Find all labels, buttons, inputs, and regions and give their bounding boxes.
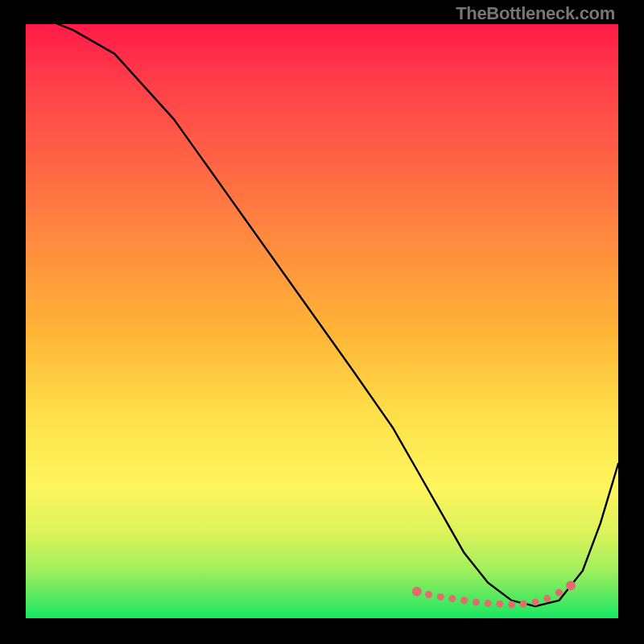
optimal-dot	[496, 601, 503, 608]
optimal-dot	[485, 600, 492, 607]
bottleneck-curve	[26, 24, 618, 606]
optimal-dot	[543, 595, 551, 602]
optimal-dot	[412, 587, 422, 597]
watermark-text: TheBottleneck.com	[456, 3, 615, 24]
optimal-dot	[473, 599, 480, 606]
optimal-dot	[508, 601, 515, 609]
chart-svg	[26, 24, 618, 618]
optimal-dot	[532, 599, 539, 606]
chart-container: TheBottleneck.com	[0, 0, 644, 644]
optimal-dot	[425, 591, 432, 598]
optimal-range-dots	[412, 580, 576, 608]
optimal-dot	[520, 601, 527, 608]
optimal-dot	[566, 580, 576, 590]
optimal-dot	[437, 593, 444, 601]
optimal-dot	[555, 589, 563, 597]
optimal-dot	[460, 597, 468, 604]
plot-area	[26, 24, 618, 618]
optimal-dot	[448, 595, 456, 602]
